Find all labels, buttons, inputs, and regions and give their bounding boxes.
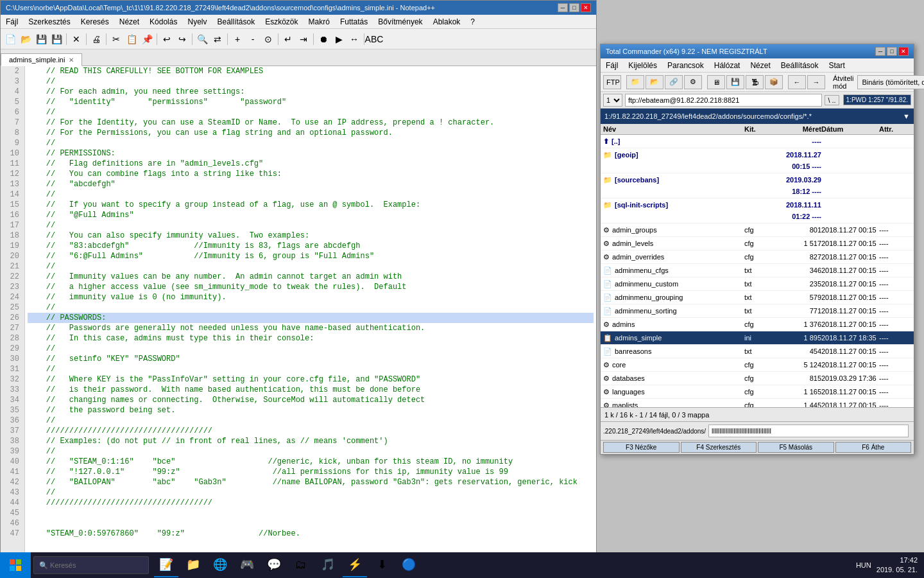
tc-menu-view[interactable]: Nézet [748, 60, 773, 71]
tc-fn4[interactable]: F4 Szerkesztés [681, 442, 757, 453]
tc-menu-commands[interactable]: Parancsok [665, 60, 706, 71]
toolbar-print[interactable]: 🖨 [89, 32, 103, 46]
tc-file-row[interactable]: 📄banreasons txt 454 2018.11.27 00:15 ---… [601, 345, 914, 358]
toolbar-indent[interactable]: ⇥ [296, 32, 311, 46]
toolbar-undo[interactable]: ↩ [160, 32, 174, 46]
tc-menu-network[interactable]: Hálózat [712, 60, 743, 71]
taskbar-app-music[interactable]: 🎵 [316, 553, 340, 577]
menu-macro[interactable]: Makró [306, 16, 332, 28]
tc-btn-back[interactable]: ← [788, 75, 806, 89]
toolbar-macro-play[interactable]: ▶ [332, 32, 346, 46]
tc-minimize-button[interactable]: ─ [875, 47, 886, 56]
toolbar-save[interactable]: 💾 [34, 32, 48, 46]
toolbar-copy[interactable]: 📋 [124, 32, 139, 46]
menu-encoding[interactable]: Kódolás [147, 16, 180, 28]
toolbar-zoom-out[interactable]: - [246, 32, 260, 46]
toolbar-zoom-in[interactable]: + [230, 32, 244, 46]
taskbar-app-chrome[interactable]: 🌐 [208, 553, 232, 577]
toolbar-redo[interactable]: ↪ [175, 32, 189, 46]
start-button[interactable] [0, 552, 31, 578]
tc-menu-start[interactable]: Start [826, 60, 848, 71]
tc-mode-select[interactable]: Bináris (tömörített, dokumen [857, 75, 924, 89]
tc-btn-2[interactable]: 📂 [646, 75, 663, 89]
tc-menu-select[interactable]: Kijelölés [626, 60, 660, 71]
tc-navigate-btn[interactable]: \ .. [825, 95, 839, 105]
toolbar-cut[interactable]: ✂ [109, 32, 123, 46]
menu-edit[interactable]: Szerkesztés [26, 16, 73, 28]
tc-file-list[interactable]: Név Kit. Méret Dátum Attr. ⬆[..] ---- 📁[… [601, 124, 914, 407]
taskbar-app-msg[interactable]: 💬 [262, 553, 286, 577]
taskbar-clock[interactable]: 17:42 2019. 05. 21. [877, 556, 918, 575]
menu-file[interactable]: Fájl [3, 16, 21, 28]
lang-indicator[interactable]: HUN [856, 561, 871, 569]
tc-file-row[interactable]: 📁[sourcebans] 2019.03.29 18:12 ---- [601, 173, 914, 198]
taskbar-app-files[interactable]: 🗂 [289, 553, 313, 577]
editor-content[interactable]: // READ THIS CAREFULLY! SEE BOTTOM FOR E… [25, 66, 596, 563]
toolbar-paste[interactable]: 📌 [140, 32, 154, 46]
taskbar-app-steam[interactable]: 🎮 [235, 553, 259, 577]
toolbar-macro-rec[interactable]: ⏺ [316, 32, 330, 46]
toolbar-replace[interactable]: ⇄ [210, 32, 225, 46]
menu-settings[interactable]: Beállítások [214, 16, 257, 28]
tc-file-row[interactable]: ⚙admin_groups cfg 801 2018.11.27 00:15 -… [601, 223, 914, 237]
tc-address-input[interactable] [625, 94, 822, 107]
tc-close-button[interactable]: ✕ [898, 47, 909, 56]
tc-fn3[interactable]: F3 Nézőke [603, 442, 680, 453]
tc-fn5[interactable]: F5 Másolás [758, 442, 834, 453]
menu-view[interactable]: Nézet [117, 16, 142, 28]
tc-btn-5[interactable]: 🖥 [707, 75, 725, 89]
tc-btn-6[interactable]: 💾 [726, 75, 744, 89]
tc-btn-8[interactable]: 📦 [765, 75, 783, 89]
tc-btn-7[interactable]: 🗜 [746, 75, 764, 89]
toolbar-new[interactable]: 📄 [3, 32, 17, 46]
tab-close-icon[interactable]: ✕ [69, 57, 74, 64]
toolbar-find[interactable]: 🔍 [195, 32, 209, 46]
tc-file-row[interactable]: 📄adminmenu_sorting txt 771 2018.11.27 00… [601, 304, 914, 318]
toolbar-sync[interactable]: ↔ [347, 32, 361, 46]
toolbar-zoom-reset[interactable]: ⊙ [261, 32, 275, 46]
tc-drive-select[interactable]: 1 [603, 94, 622, 107]
tc-file-row[interactable]: ⚙core cfg 5 124 2018.11.27 00:15 ---- [601, 358, 914, 372]
minimize-button[interactable]: ─ [558, 3, 568, 12]
menu-search[interactable]: Keresés [78, 16, 112, 28]
tc-file-row[interactable]: 📁[geoip] 2018.11.27 00:15 ---- [601, 148, 914, 173]
tc-btn-3[interactable]: 🔗 [665, 75, 683, 89]
tc-fn6[interactable]: F6 Áthe [835, 442, 912, 453]
taskbar-app-tc[interactable]: ⚡ [343, 553, 367, 577]
tc-file-row[interactable]: 📄adminmenu_grouping txt 579 2018.11.27 0… [601, 291, 914, 304]
taskbar-app-torrent[interactable]: ⬇ [370, 553, 394, 577]
tc-file-row[interactable]: 📁[sql-init-scripts] 2018.11.11 01:22 ---… [601, 198, 914, 223]
toolbar-open[interactable]: 📂 [19, 32, 33, 46]
toolbar-spell[interactable]: ABC [367, 32, 381, 46]
tc-btn-forward[interactable]: → [807, 75, 825, 89]
tc-menu-file[interactable]: Fájl [603, 60, 620, 71]
menu-plugins[interactable]: Bővítmények [375, 16, 425, 28]
tab-admins-simple[interactable]: admins_simple.ini ✕ [1, 53, 82, 66]
tc-btn-ftp[interactable]: FTP [603, 75, 621, 89]
tc-file-row[interactable]: ⚙databases cfg 815 2019.03.29 17:36 ---- [601, 372, 914, 385]
tc-btn-4[interactable]: ⚙ [684, 75, 702, 89]
tc-cmd-input[interactable] [708, 425, 909, 437]
tc-file-row[interactable]: ⚙languages cfg 1 165 2018.11.27 00:15 --… [601, 385, 914, 399]
close-button[interactable]: ✕ [581, 3, 591, 12]
tc-btn-1[interactable]: 📁 [626, 75, 644, 89]
tc-file-row[interactable]: ⚙admin_levels cfg 1 517 2018.11.27 00:15… [601, 237, 914, 250]
taskbar-app-notepad[interactable]: 📝 [154, 553, 178, 577]
menu-run[interactable]: Futtatás [338, 16, 370, 28]
menu-help[interactable]: ? [468, 16, 477, 28]
toolbar-save-all[interactable]: 💾 [49, 32, 64, 46]
tc-file-row[interactable]: ⚙admin_overrides cfg 827 2018.11.27 00:1… [601, 250, 914, 264]
taskbar-app-browser2[interactable]: 🔵 [397, 553, 421, 577]
tc-file-row[interactable]: ⚙maplists cfg 1 445 2018.11.27 00:15 ---… [601, 399, 914, 407]
menu-windows[interactable]: Ablakok [431, 16, 463, 28]
toolbar-close[interactable]: ✕ [69, 32, 83, 46]
menu-tools[interactable]: Eszközök [262, 16, 300, 28]
tc-file-row[interactable]: 📋admins_simple ini 1 895 2018.11.27 18:3… [601, 331, 914, 345]
tc-file-row[interactable]: 📄adminmenu_custom txt 235 2018.11.27 00:… [601, 277, 914, 291]
taskbar-search-input[interactable] [33, 556, 149, 574]
tc-menu-settings[interactable]: Beállítások [778, 60, 821, 71]
tc-file-row[interactable]: ⚙admins cfg 1 376 2018.11.27 00:15 ---- [601, 318, 914, 331]
taskbar-app-explorer[interactable]: 📁 [181, 553, 205, 577]
tc-file-row[interactable]: 📄adminmenu_cfgs txt 346 2018.11.27 00:15… [601, 264, 914, 277]
toolbar-wrap[interactable]: ↵ [281, 32, 295, 46]
